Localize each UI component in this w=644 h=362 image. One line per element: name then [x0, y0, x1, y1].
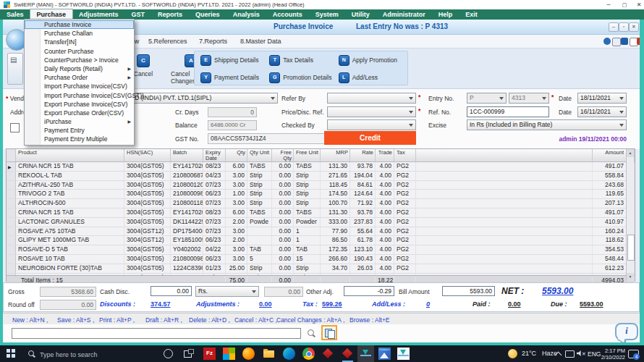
row-selector[interactable]: [7, 264, 16, 273]
purchase-menu-item-export-purchase-order-csv[interactable]: Export Purchase Order(CSV): [25, 109, 134, 117]
purchase-menu-item-export-purchase-invoice-csv[interactable]: Export Purchase Invoice(CSV): [25, 100, 134, 109]
adjustments-value[interactable]: 0.00: [259, 300, 272, 308]
purchase-menu-item-counter-purchase[interactable]: Counter Purchase: [25, 47, 134, 56]
purchase-menu-item-import-purchase-invoice-csv[interactable]: Import Purchase Invoice(CSV): [25, 82, 134, 90]
purchase-menu-item-purchase-order[interactable]: Purchase Order▶: [25, 73, 134, 82]
help-icon[interactable]: [603, 38, 611, 45]
menubar-reports[interactable]: Reports: [151, 9, 189, 20]
inner-minimize-button[interactable]: [609, 22, 619, 32]
purchase-menu-item-purchase-challan[interactable]: Purchase Challan: [25, 29, 134, 38]
scrollbar-thumb[interactable]: [627, 235, 635, 261]
task-view-icon[interactable]: [182, 348, 195, 360]
shortcut-new[interactable]: New : Alt+N: [12, 316, 48, 324]
tab-8-master-data[interactable]: 8.Master Data: [240, 38, 281, 45]
app-red-diamond-icon[interactable]: [322, 348, 334, 360]
menubar-help[interactable]: Help: [432, 9, 459, 20]
table-row[interactable]: ALTHROCIN-5003004(GST05)210800118307/233…: [7, 199, 635, 209]
menubar-exit[interactable]: Exit: [459, 9, 484, 20]
table-row[interactable]: TELLZY-40MG TAB3004(GST05)210800114507/2…: [7, 274, 635, 275]
table-row[interactable]: NEUROBION FORTE (30)TAB3004(GST05)1224C8…: [7, 264, 635, 274]
quick-search-input[interactable]: [12, 328, 301, 339]
menubar-utility[interactable]: Utility: [345, 9, 376, 20]
vendor-checkbox[interactable]: [10, 123, 20, 132]
inner-maximize-button[interactable]: [619, 22, 629, 32]
menubar-analysis[interactable]: Analysis: [226, 9, 266, 20]
taskbar-search-input[interactable]: [38, 348, 157, 361]
table-row[interactable]: GLIPY MET 1000MG TAB3004(GST12)EY1851009…: [7, 236, 635, 245]
currency-select[interactable]: Rs.: [195, 286, 259, 297]
scroll-up-icon[interactable]: ▲: [627, 149, 634, 157]
weather-desc[interactable]: Haze: [542, 350, 557, 357]
row-selector[interactable]: [7, 274, 16, 275]
close-button[interactable]: [633, 1, 644, 9]
menubar-system[interactable]: System: [309, 9, 345, 20]
weather-icon[interactable]: [508, 349, 517, 358]
filezilla-icon[interactable]: Fz: [203, 348, 216, 360]
maximize-button[interactable]: [619, 1, 630, 9]
swil-update-icon[interactable]: [360, 348, 372, 360]
invoice-date-select[interactable]: 18/11/2021: [577, 93, 627, 104]
add-less-value[interactable]: 0: [426, 300, 430, 308]
row-selector[interactable]: [7, 199, 16, 208]
refer-by-select[interactable]: [327, 93, 416, 104]
file-explorer-icon[interactable]: [263, 348, 275, 360]
price-disc-select[interactable]: [327, 106, 416, 117]
table-row[interactable]: CRINA NCR 15 TAB3004(GST05)EY141702008/2…: [7, 209, 635, 218]
ribbon-partial-button[interactable]: [7, 53, 23, 85]
purchase-menu-item-import-purchase-invoice-csv-gst[interactable]: Import Purchase Invoice(CSV(GST)): [25, 91, 134, 100]
purchase-menu-item-transfer-in[interactable]: Transfer[IN]: [25, 38, 134, 46]
weather-temp[interactable]: 21°C: [522, 350, 536, 357]
ref-date-select[interactable]: 16/11/2021: [577, 106, 627, 117]
table-row[interactable]: CRINA NCR 15 TAB3004(GST05)EY141702008/2…: [7, 162, 635, 172]
menubar-accounts[interactable]: Accounts: [266, 9, 309, 20]
ref-no-input[interactable]: 1CC-000999: [467, 106, 549, 117]
purchase-menu-item-payment-entry[interactable]: Payment Entry: [25, 126, 134, 135]
minimize-button[interactable]: [603, 1, 614, 9]
discounts-value[interactable]: 374.57: [151, 300, 171, 308]
chrome-icon[interactable]: [302, 348, 315, 360]
shortcut-delete[interactable]: Delete : Alt+D: [189, 316, 230, 324]
menubar-adjustments[interactable]: Adjustments: [72, 9, 125, 20]
row-selector[interactable]: [7, 227, 16, 236]
entry-series-select[interactable]: P: [467, 93, 507, 104]
purchase-menu-item-purchase-invoice[interactable]: Purchase Invoice: [25, 20, 134, 29]
vertical-scrollbar[interactable]: ▲ ▼: [626, 149, 634, 281]
table-row[interactable]: ROSAVE A75 10TAB3004(GST12)DP175400807/2…: [7, 227, 635, 237]
promotion-details-button[interactable]: GPromotion Details: [266, 72, 335, 83]
taskbar-search-icon[interactable]: [28, 350, 34, 356]
calculator-icon[interactable]: [621, 38, 628, 45]
scroll-down-icon[interactable]: ▼: [627, 273, 634, 281]
tab-7-reports[interactable]: 7.Reports: [199, 38, 227, 45]
row-selector[interactable]: [7, 190, 16, 198]
tab-5-references[interactable]: 5.References: [148, 38, 187, 45]
table-row[interactable]: ROSAVE 10 TAB3004(GST05)210800098206/233…: [7, 255, 635, 264]
purchase-menu-item-ipurchase[interactable]: iPurchase▶: [25, 117, 134, 126]
excise-select[interactable]: In Rs (Included in Billing Rate): [467, 119, 627, 130]
purchase-menu-item-daily-reports-retail[interactable]: Daily Reports (Retail)▶: [25, 64, 134, 73]
menubar-queries[interactable]: Queries: [189, 9, 226, 20]
purchase-menu-item-payment-entry-multiple[interactable]: Payment Entry Multiple: [25, 135, 134, 143]
copy-document-button[interactable]: [321, 325, 337, 340]
table-row[interactable]: REKOOL-L TAB3004(GST05)21080068704/233.0…: [7, 172, 635, 181]
row-selector[interactable]: [7, 209, 16, 217]
shortcut-print[interactable]: Print : Alt+P: [99, 316, 135, 324]
row-selector[interactable]: [7, 245, 16, 254]
microsoft-store-icon[interactable]: [223, 348, 235, 360]
search-icon[interactable]: [308, 329, 314, 336]
firefox-icon[interactable]: [242, 348, 255, 360]
add-less-button[interactable]: LAdd/Less: [336, 72, 404, 83]
tax-details-button[interactable]: TTax Details: [266, 55, 335, 66]
cortana-icon[interactable]: [162, 348, 174, 360]
table-row[interactable]: LACTONIC GRANULES3004(GST05)DK114422507/…: [7, 218, 635, 227]
row-selector[interactable]: [7, 181, 16, 190]
photos-icon[interactable]: [378, 348, 391, 360]
shortcut-browse[interactable]: Browse : Alt+E: [349, 316, 390, 324]
shortcut-save[interactable]: Save : Alt+S: [57, 316, 94, 324]
table-row[interactable]: AZITHRAL-250 TAB3004(GST05)210800120207/…: [7, 181, 635, 190]
shortcut-cancel[interactable]: Cancel : Alt+C: [234, 316, 277, 324]
table-row[interactable]: ROSAVE-D 5 TAB3004(GST05)Y040200204/223.…: [7, 245, 635, 255]
menubar-purchase[interactable]: Purchase: [30, 9, 73, 20]
shortcut-cancel-changes[interactable]: Cancel Changes : Alt+A: [276, 316, 344, 324]
row-selector[interactable]: [7, 172, 16, 180]
shipping-details-button[interactable]: EShipping Details: [198, 55, 266, 66]
